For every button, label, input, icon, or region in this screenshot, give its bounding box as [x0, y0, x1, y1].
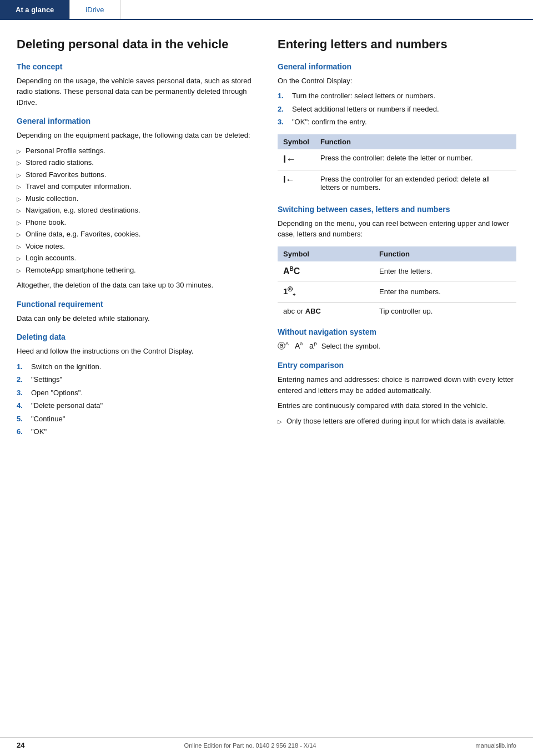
function-cell: Press the controller for an extended per… — [315, 170, 516, 196]
list-item: 1.Turn the controller: select letters or… — [278, 90, 516, 102]
bullet-arrow-icon: ▷ — [17, 254, 21, 263]
section-heading-deleting: Deleting data — [17, 332, 255, 341]
bullet-arrow-icon: ▷ — [17, 147, 21, 155]
symbol-cell-delete: I← — [278, 149, 315, 170]
list-item: ▷Travel and computer information. — [17, 181, 255, 192]
list-item: 2.Select additional letters or numbers i… — [278, 104, 516, 115]
function-cell: Press the controller: delete the letter … — [315, 149, 516, 170]
list-item: 1.Switch on the ignition. — [17, 361, 255, 372]
page-footer: 24 Online Edition for Part no. 0140 2 95… — [0, 737, 533, 749]
list-item: ▷Phone book. — [17, 217, 255, 228]
entry-comparison-bullets: ▷ Only those letters are offered during … — [278, 416, 516, 427]
top-navigation: At a glance iDrive — [0, 0, 533, 20]
list-item: ▷Stored radio stations. — [17, 157, 255, 168]
bullet-arrow-icon: ▷ — [17, 206, 21, 215]
general-right-intro: On the Control Display: — [278, 75, 516, 87]
general-info-posttext: Altogether, the deletion of the data can… — [17, 280, 255, 291]
table-row: 1ⓒ+ Enter the numbers. — [278, 281, 516, 302]
list-item: ▷Music collection. — [17, 193, 255, 204]
function-cell: Enter the letters. — [374, 261, 516, 281]
table-row: ABC Enter the letters. — [278, 261, 516, 281]
entry-comparison-para2: Entries are continuously compared with d… — [278, 400, 516, 411]
table-row: I← Press the controller: delete the lett… — [278, 149, 516, 170]
section-heading-general-right: General information — [278, 62, 516, 71]
list-item: 2."Settings" — [17, 374, 255, 385]
nav-item-at-a-glance[interactable]: At a glance — [0, 0, 70, 19]
without-nav-content: ⓐA Aa aᵽ Select the symbol. — [278, 341, 516, 351]
symbol-col-header: Symbol — [278, 134, 315, 149]
section-heading-functional: Functional requirement — [17, 300, 255, 309]
bullet-arrow-icon: ▷ — [17, 183, 21, 191]
list-item: ▷ Only those letters are offered during … — [278, 416, 516, 427]
list-item: ▷Voice notes. — [17, 241, 255, 252]
table-row: I← Press the controller for an extended … — [278, 170, 516, 196]
without-nav-symbols: ⓐA Aa aᵽ — [278, 341, 317, 351]
without-nav-text: Select the symbol. — [321, 342, 380, 350]
bullet-arrow-icon: ▷ — [17, 243, 21, 251]
bullet-list: ▷Personal Profile settings. ▷Stored radi… — [17, 145, 255, 276]
bullet-arrow-icon: ▷ — [17, 219, 21, 227]
list-item: ▷Navigation, e.g. stored destinations. — [17, 205, 255, 216]
section-heading-entry-comparison: Entry comparison — [278, 361, 516, 370]
left-column: Deleting personal data in the vehicle Th… — [17, 37, 255, 442]
nav-item-idrive[interactable]: iDrive — [70, 0, 120, 19]
footer-publication-info: Online Edition for Part no. 0140 2 956 2… — [184, 742, 316, 749]
symbol-cell-abc: ABC — [278, 261, 374, 281]
list-item: ▷RemoteApp smartphone tethering. — [17, 265, 255, 276]
general-info-intro: Depending on the equipment package, the … — [17, 130, 255, 141]
symbol-cell-delete-long: I← — [278, 170, 315, 196]
list-item: 4."Delete personal data" — [17, 400, 255, 411]
list-item: ▷Online data, e.g. Favorites, cookies. — [17, 229, 255, 240]
footer-watermark: manualslib.info — [476, 742, 516, 749]
symbol-cell-numbers: 1ⓒ+ — [278, 281, 374, 302]
table-row: abc or ABC Tip controller up. — [278, 302, 516, 320]
section-heading-without-nav: Without navigation system — [278, 327, 516, 336]
symbol-col-header: Symbol — [278, 246, 374, 261]
deleting-steps: 1.Switch on the ignition. 2."Settings" 3… — [17, 361, 255, 437]
function-col-header: Function — [315, 134, 516, 149]
section-heading-general-info: General information — [17, 117, 255, 125]
function-col-header: Function — [374, 246, 516, 261]
right-column: Entering letters and numbers General inf… — [278, 37, 516, 442]
section-heading-concept: The concept — [17, 62, 255, 71]
bullet-arrow-icon: ▷ — [17, 159, 21, 167]
right-page-title: Entering letters and numbers — [278, 37, 516, 52]
deleting-intro: Heed and follow the instructions on the … — [17, 346, 255, 357]
bullet-arrow-icon: ▷ — [17, 266, 21, 275]
functional-text: Data can only be deleted while stationar… — [17, 313, 255, 324]
page-number: 24 — [17, 741, 24, 749]
bullet-arrow-icon: ▷ — [278, 417, 282, 426]
entry-comparison-para1: Entering names and addresses: choice is … — [278, 374, 516, 396]
bullet-arrow-icon: ▷ — [17, 171, 21, 179]
list-item: 5."Continue" — [17, 414, 255, 425]
cases-table: Symbol Function ABC Enter the letters. 1… — [278, 246, 516, 320]
left-page-title: Deleting personal data in the vehicle — [17, 37, 255, 52]
symbol-table: Symbol Function I← Press the controller:… — [278, 134, 516, 196]
symbol-cell-or: abc or ABC — [278, 302, 374, 320]
list-item: ▷Personal Profile settings. — [17, 145, 255, 157]
bullet-arrow-icon: ▷ — [17, 230, 21, 239]
function-cell: Tip controller up. — [374, 302, 516, 320]
general-right-steps: 1.Turn the controller: select letters or… — [278, 90, 516, 128]
list-item: 3.Open "Options". — [17, 387, 255, 399]
list-item: ▷Login accounts. — [17, 253, 255, 264]
main-content: Deleting personal data in the vehicle Th… — [0, 20, 533, 475]
list-item: 6."OK" — [17, 426, 255, 437]
without-nav-section: Without navigation system ⓐA Aa aᵽ Selec… — [278, 327, 516, 351]
list-item: ▷Stored Favorites buttons. — [17, 169, 255, 180]
concept-text: Depending on the usage, the vehicle save… — [17, 75, 255, 108]
switching-text: Depending on the menu, you can reel betw… — [278, 218, 516, 240]
bullet-arrow-icon: ▷ — [17, 195, 21, 203]
function-cell: Enter the numbers. — [374, 281, 516, 302]
list-item: 3."OK": confirm the entry. — [278, 117, 516, 128]
section-heading-switching: Switching between cases, letters and num… — [278, 205, 516, 214]
